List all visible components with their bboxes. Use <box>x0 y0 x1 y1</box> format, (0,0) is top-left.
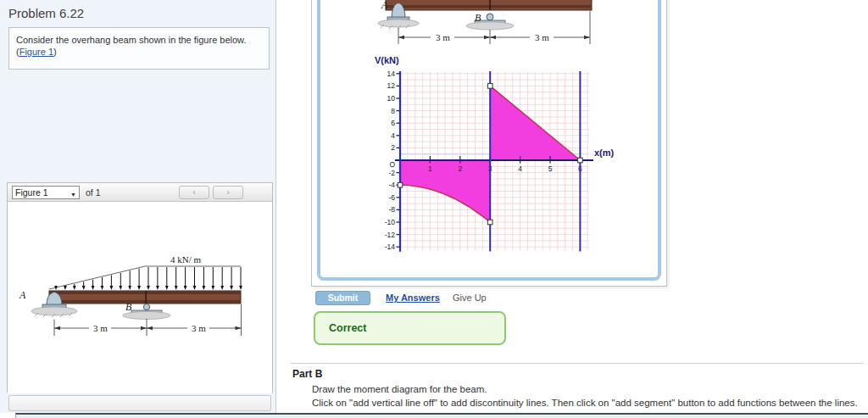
figure-footer-bar <box>8 395 271 411</box>
y-tick-label: 2 <box>391 143 395 152</box>
x-tick-label: 1 <box>428 164 432 173</box>
figure-toolbar: Figure 1 ▼ of 1 ‹ › <box>8 183 272 202</box>
next-figure-button[interactable]: › <box>213 186 243 199</box>
sidebar-beam-figure: 4 kN/ m <box>8 202 272 393</box>
screen: Problem 6.22 Consider the overhang beam … <box>0 0 868 418</box>
figure-count-label: of 1 <box>86 187 101 198</box>
y-tick-label: -8 <box>388 205 395 214</box>
chevron-right-icon: › <box>226 187 230 197</box>
figure-selector-value: Figure 1 <box>15 187 48 198</box>
shear-point-handle[interactable] <box>487 220 492 225</box>
y-tick-label: -10 <box>385 218 396 226</box>
load-arrows <box>54 267 242 290</box>
feedback-text: Correct <box>329 322 366 334</box>
x-tick-label: 5 <box>548 164 553 173</box>
dim-left-label: 3 m <box>93 323 108 333</box>
y-tick-label: -14 <box>385 242 396 251</box>
paren-close: ) <box>53 47 57 57</box>
part-b-instruction-1: Draw the moment diagram for the beam. <box>312 384 487 394</box>
x-tick-label: 4 <box>518 164 522 173</box>
figure-canvas: 4 kN/ m <box>8 202 272 393</box>
dim-right-label: 3 m <box>192 323 206 333</box>
shear-point-handle[interactable] <box>487 84 492 89</box>
shear-chart[interactable]: 1412108642-2-4-6-8-10-12-14O123456 <box>385 70 593 252</box>
submit-button[interactable]: Submit <box>315 291 370 305</box>
y-tick-label: 12 <box>387 81 396 90</box>
y-tick-label: -6 <box>388 193 395 202</box>
support-a-label: A <box>19 289 26 301</box>
sidebar: Problem 6.22 Consider the overhang beam … <box>0 0 276 413</box>
y-axis-title: V(kN) <box>375 55 399 65</box>
x-tick-label: 2 <box>458 164 462 173</box>
section-divider <box>291 363 864 364</box>
top-beam-figure: A B 3 m 3 m <box>378 0 592 44</box>
shear-diagram-canvas[interactable]: A B 3 m 3 m <box>320 0 658 277</box>
support-b-roller <box>466 14 514 30</box>
dim-left-label: 3 m <box>436 32 450 42</box>
y-tick-label: 4 <box>391 131 395 140</box>
give-up-link[interactable]: Give Up <box>453 293 487 303</box>
origin-label: O <box>389 160 395 169</box>
y-tick-label: 8 <box>391 107 395 115</box>
part-b-instruction-2: Click on "add vertical line off" to add … <box>312 398 858 408</box>
my-answers-link[interactable]: My Answers <box>386 293 440 303</box>
beam-joint <box>489 0 491 10</box>
feedback-box: Correct <box>314 311 506 345</box>
beam-joint <box>145 291 147 304</box>
problem-text: Consider the overhang beam shown in the … <box>16 35 247 45</box>
beam <box>49 291 241 304</box>
figure-panel: Figure 1 ▼ of 1 ‹ › 4 kN/ m <box>7 182 273 393</box>
chevron-down-icon: ▼ <box>70 189 76 201</box>
y-tick-label: 10 <box>387 94 396 103</box>
support-b-label: B <box>125 301 132 313</box>
action-row: Submit My Answers Give Up <box>315 291 654 306</box>
dim-right-label: 3 m <box>535 32 549 42</box>
previous-figure-button[interactable]: ‹ <box>179 186 209 199</box>
y-tick-label: 6 <box>391 119 395 127</box>
y-tick-label: -12 <box>385 231 396 239</box>
y-tick-label: 14 <box>387 70 396 78</box>
problem-statement: Consider the overhang beam shown in the … <box>8 27 270 70</box>
shear-point-handle[interactable] <box>398 182 403 187</box>
support-b-label: B <box>475 12 481 24</box>
part-b-heading: Part B <box>292 368 322 380</box>
shear-point-handle[interactable] <box>578 158 583 163</box>
y-tick-label: -2 <box>388 169 395 177</box>
bottom-collapsed-bar[interactable] <box>15 413 868 418</box>
x-axis-title: x(m) <box>594 148 615 158</box>
page-title: Problem 6.22 <box>8 6 84 20</box>
figure-link[interactable]: Figure 1 <box>19 47 53 57</box>
load-profile-line <box>49 266 241 289</box>
chevron-left-icon: ‹ <box>192 187 196 197</box>
load-magnitude-label: 4 kN/ m <box>170 254 202 265</box>
figure-selector-dropdown[interactable]: Figure 1 ▼ <box>12 186 80 199</box>
y-tick-label: -4 <box>388 181 395 189</box>
support-a-label: A <box>381 0 388 11</box>
